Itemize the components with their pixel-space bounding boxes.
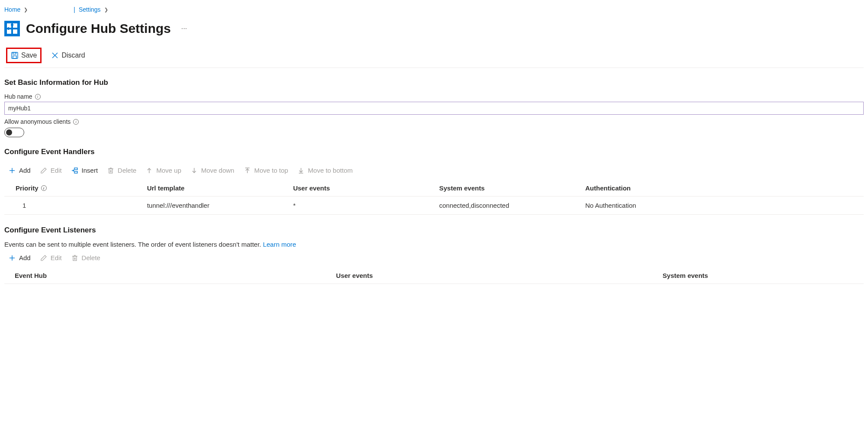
- section-basic-title: Set Basic Information for Hub: [4, 78, 864, 87]
- close-icon: [51, 52, 59, 59]
- cell-authentication: No Authentication: [580, 197, 864, 215]
- handlers-movetop-button[interactable]: Move to top: [244, 167, 288, 174]
- handlers-insert-button[interactable]: Insert: [71, 167, 98, 174]
- arrow-top-icon: [244, 167, 251, 174]
- col-system-events: System events: [434, 180, 580, 197]
- info-icon[interactable]: i: [41, 185, 47, 191]
- svg-rect-8: [13, 56, 16, 58]
- svg-rect-30: [73, 256, 77, 261]
- save-icon: [11, 52, 19, 59]
- cell-priority: 1: [4, 197, 142, 215]
- info-icon[interactable]: i: [73, 119, 79, 125]
- more-actions-icon[interactable]: ···: [177, 25, 187, 32]
- trash-icon: [107, 167, 114, 174]
- cell-system-events: connected,disconnected: [434, 197, 580, 215]
- breadcrumb-home[interactable]: Home: [4, 6, 20, 13]
- insert-icon: [71, 167, 78, 174]
- table-header-row: Priority i Url template User events Syst…: [4, 180, 864, 197]
- toggle-knob: [6, 129, 12, 135]
- breadcrumb-settings[interactable]: Settings: [79, 6, 101, 13]
- chevron-right-icon: ❯: [104, 7, 108, 13]
- breadcrumb: Home ❯ | Settings ❯: [4, 4, 864, 20]
- handlers-add-button[interactable]: Add: [9, 167, 31, 174]
- svg-rect-6: [8, 27, 9, 30]
- svg-rect-5: [11, 24, 13, 26]
- separator-bar: |: [74, 6, 75, 13]
- learn-more-link[interactable]: Learn more: [263, 241, 296, 248]
- listeners-table: Event Hub User events System events: [4, 267, 864, 284]
- listeners-edit-button[interactable]: Edit: [40, 254, 62, 261]
- svg-rect-3: [7, 29, 11, 34]
- hub-name-input[interactable]: [4, 102, 864, 115]
- table-row[interactable]: 1 tunnel:///eventhandler * connected,dis…: [4, 197, 864, 215]
- section-handlers-title: Configure Event Handlers: [4, 148, 864, 156]
- save-button[interactable]: Save: [6, 48, 42, 63]
- anon-toggle[interactable]: [4, 128, 24, 137]
- listeners-toolbar: Add Edit Delete: [4, 250, 864, 267]
- col-event-hub: Event Hub: [4, 267, 331, 284]
- plus-icon: [9, 255, 16, 261]
- handlers-moveup-button[interactable]: Move up: [146, 167, 181, 174]
- arrow-down-icon: [191, 167, 198, 174]
- arrow-up-icon: [146, 167, 153, 174]
- col-user-events: User events: [288, 180, 434, 197]
- svg-rect-9: [13, 52, 16, 54]
- col-authentication: Authentication: [580, 180, 864, 197]
- svg-rect-0: [4, 21, 20, 36]
- anon-clients-label: Allow anonymous clients i: [4, 118, 864, 125]
- handlers-toolbar: Add Edit Insert Delete Move up Move down: [4, 162, 864, 180]
- plus-icon: [9, 167, 16, 174]
- discard-label: Discard: [61, 52, 85, 59]
- handlers-movedown-button[interactable]: Move down: [191, 167, 234, 174]
- svg-rect-7: [12, 52, 18, 58]
- table-header-row: Event Hub User events System events: [4, 267, 864, 284]
- page-title: Configure Hub Settings: [26, 21, 171, 36]
- discard-button[interactable]: Discard: [48, 49, 88, 62]
- cell-user-events: *: [288, 197, 434, 215]
- col-user-events: User events: [331, 267, 657, 284]
- svg-rect-2: [13, 23, 17, 28]
- save-label: Save: [21, 52, 37, 59]
- svg-rect-4: [13, 29, 17, 34]
- svg-rect-14: [74, 168, 77, 170]
- info-icon[interactable]: i: [35, 94, 41, 100]
- listeners-description: Events can be sent to multiple event lis…: [4, 241, 864, 248]
- handlers-table: Priority i Url template User events Syst…: [4, 180, 864, 215]
- col-system-events: System events: [657, 267, 864, 284]
- handlers-edit-button[interactable]: Edit: [40, 167, 62, 174]
- page-header: Configure Hub Settings ···: [4, 20, 864, 44]
- pencil-icon: [40, 255, 47, 261]
- trash-icon: [71, 255, 78, 261]
- hub-service-icon: [4, 21, 20, 36]
- chevron-right-icon: ❯: [24, 7, 28, 13]
- listeners-delete-button[interactable]: Delete: [71, 254, 100, 261]
- command-bar: Save Discard: [4, 44, 864, 68]
- cell-url-template: tunnel:///eventhandler: [142, 197, 288, 215]
- section-listeners-title: Configure Event Listeners: [4, 226, 864, 235]
- svg-rect-17: [109, 169, 112, 173]
- handlers-movebottom-button[interactable]: Move to bottom: [298, 167, 352, 174]
- listeners-add-button[interactable]: Add: [9, 254, 31, 261]
- svg-rect-1: [7, 23, 11, 28]
- hub-name-label: Hub name i: [4, 93, 864, 100]
- svg-rect-15: [74, 171, 77, 173]
- arrow-bottom-icon: [298, 167, 304, 174]
- col-priority: Priority: [16, 184, 38, 192]
- pencil-icon: [40, 167, 47, 174]
- col-url-template: Url template: [142, 180, 288, 197]
- handlers-delete-button[interactable]: Delete: [107, 167, 136, 174]
